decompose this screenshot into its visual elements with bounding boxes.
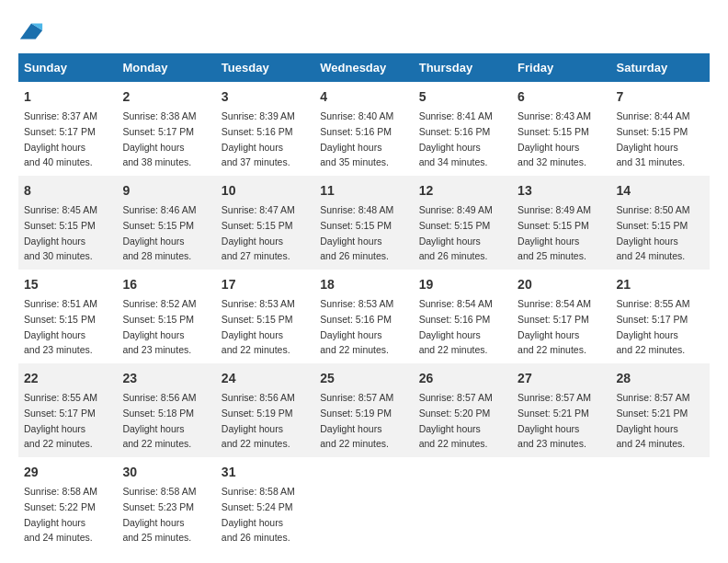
header-day-wednesday: Wednesday: [314, 53, 413, 82]
day-number: 29: [24, 463, 111, 482]
day-info: Sunrise: 8:51 AMSunset: 5:15 PMDaylight …: [24, 298, 97, 355]
day-info: Sunrise: 8:55 AMSunset: 5:17 PMDaylight …: [617, 298, 690, 355]
day-info: Sunrise: 8:48 AMSunset: 5:15 PMDaylight …: [320, 204, 393, 261]
header-day-monday: Monday: [117, 53, 215, 82]
day-cell: 11Sunrise: 8:48 AMSunset: 5:15 PMDayligh…: [314, 176, 413, 270]
day-number: 21: [617, 275, 704, 294]
calendar-body: 1Sunrise: 8:37 AMSunset: 5:17 PMDaylight…: [18, 82, 710, 551]
day-number: 1: [24, 87, 111, 107]
day-number: 16: [122, 275, 210, 294]
day-number: 6: [518, 87, 605, 107]
day-number: 19: [419, 275, 506, 294]
day-cell: 19Sunrise: 8:54 AMSunset: 5:16 PMDayligh…: [414, 270, 512, 363]
day-cell: 4Sunrise: 8:40 AMSunset: 5:16 PMDaylight…: [314, 82, 413, 176]
day-info: Sunrise: 8:38 AMSunset: 5:17 PMDaylight …: [122, 110, 196, 167]
day-info: Sunrise: 8:44 AMSunset: 5:15 PMDaylight …: [617, 110, 690, 167]
day-info: Sunrise: 8:54 AMSunset: 5:17 PMDaylight …: [518, 298, 591, 355]
day-info: Sunrise: 8:49 AMSunset: 5:15 PMDaylight …: [518, 204, 591, 261]
day-cell: 2Sunrise: 8:38 AMSunset: 5:17 PMDaylight…: [117, 82, 215, 176]
day-info: Sunrise: 8:41 AMSunset: 5:16 PMDaylight …: [419, 110, 493, 167]
day-number: 14: [617, 181, 704, 201]
day-cell: 8Sunrise: 8:45 AMSunset: 5:15 PMDaylight…: [18, 176, 117, 270]
day-cell: 7Sunrise: 8:44 AMSunset: 5:15 PMDaylight…: [611, 82, 710, 176]
day-info: Sunrise: 8:53 AMSunset: 5:16 PMDaylight …: [320, 298, 393, 355]
day-number: 23: [122, 369, 210, 388]
day-cell: 6Sunrise: 8:43 AMSunset: 5:15 PMDaylight…: [512, 82, 610, 176]
day-info: Sunrise: 8:58 AMSunset: 5:22 PMDaylight …: [24, 486, 97, 543]
header-day-saturday: Saturday: [611, 53, 710, 82]
day-cell: 1Sunrise: 8:37 AMSunset: 5:17 PMDaylight…: [18, 82, 117, 176]
day-cell: 30Sunrise: 8:58 AMSunset: 5:23 PMDayligh…: [117, 457, 215, 551]
header-day-thursday: Thursday: [414, 53, 512, 82]
day-cell: 15Sunrise: 8:51 AMSunset: 5:15 PMDayligh…: [18, 270, 117, 363]
day-number: 30: [122, 463, 210, 482]
day-info: Sunrise: 8:47 AMSunset: 5:15 PMDaylight …: [222, 204, 295, 261]
day-cell: 5Sunrise: 8:41 AMSunset: 5:16 PMDaylight…: [414, 82, 512, 176]
calendar-header: SundayMondayTuesdayWednesdayThursdayFrid…: [18, 53, 710, 82]
day-number: 2: [122, 87, 210, 107]
day-cell: 21Sunrise: 8:55 AMSunset: 5:17 PMDayligh…: [611, 270, 710, 363]
day-info: Sunrise: 8:37 AMSunset: 5:17 PMDaylight …: [24, 110, 97, 167]
day-info: Sunrise: 8:57 AMSunset: 5:19 PMDaylight …: [320, 392, 393, 449]
header-row: SundayMondayTuesdayWednesdayThursdayFrid…: [18, 53, 710, 82]
day-number: 5: [419, 87, 506, 107]
week-row-3: 15Sunrise: 8:51 AMSunset: 5:15 PMDayligh…: [18, 270, 710, 363]
week-row-2: 8Sunrise: 8:45 AMSunset: 5:15 PMDaylight…: [18, 176, 710, 270]
week-row-1: 1Sunrise: 8:37 AMSunset: 5:17 PMDaylight…: [18, 82, 710, 176]
day-cell: 9Sunrise: 8:46 AMSunset: 5:15 PMDaylight…: [117, 176, 215, 270]
week-row-5: 29Sunrise: 8:58 AMSunset: 5:22 PMDayligh…: [18, 457, 710, 551]
day-number: 3: [222, 87, 309, 107]
day-cell: 24Sunrise: 8:56 AMSunset: 5:19 PMDayligh…: [216, 363, 314, 457]
day-info: Sunrise: 8:57 AMSunset: 5:21 PMDaylight …: [617, 392, 690, 449]
day-cell: 22Sunrise: 8:55 AMSunset: 5:17 PMDayligh…: [18, 363, 117, 457]
day-info: Sunrise: 8:56 AMSunset: 5:19 PMDaylight …: [222, 392, 295, 449]
day-info: Sunrise: 8:45 AMSunset: 5:15 PMDaylight …: [24, 204, 97, 261]
day-cell: 29Sunrise: 8:58 AMSunset: 5:22 PMDayligh…: [18, 457, 117, 551]
logo: [18, 18, 48, 44]
day-number: 25: [320, 369, 407, 388]
day-info: Sunrise: 8:40 AMSunset: 5:16 PMDaylight …: [320, 110, 393, 167]
day-cell: 12Sunrise: 8:49 AMSunset: 5:15 PMDayligh…: [414, 176, 512, 270]
day-number: 20: [518, 275, 605, 294]
day-cell: 20Sunrise: 8:54 AMSunset: 5:17 PMDayligh…: [512, 270, 610, 363]
day-info: Sunrise: 8:43 AMSunset: 5:15 PMDaylight …: [518, 110, 591, 167]
day-cell: 27Sunrise: 8:57 AMSunset: 5:21 PMDayligh…: [512, 363, 610, 457]
day-cell: 16Sunrise: 8:52 AMSunset: 5:15 PMDayligh…: [117, 270, 215, 363]
day-number: 13: [518, 181, 605, 201]
day-cell: [611, 457, 710, 551]
day-info: Sunrise: 8:52 AMSunset: 5:15 PMDaylight …: [122, 298, 196, 355]
day-info: Sunrise: 8:57 AMSunset: 5:20 PMDaylight …: [419, 392, 493, 449]
day-number: 9: [122, 181, 210, 201]
day-cell: 17Sunrise: 8:53 AMSunset: 5:15 PMDayligh…: [216, 270, 314, 363]
day-info: Sunrise: 8:50 AMSunset: 5:15 PMDaylight …: [617, 204, 690, 261]
day-cell: 31Sunrise: 8:58 AMSunset: 5:24 PMDayligh…: [216, 457, 314, 551]
day-number: 26: [419, 369, 506, 388]
page-header: [18, 18, 710, 44]
day-info: Sunrise: 8:53 AMSunset: 5:15 PMDaylight …: [222, 298, 295, 355]
day-number: 24: [222, 369, 309, 388]
logo-icon: [18, 18, 44, 44]
day-info: Sunrise: 8:39 AMSunset: 5:16 PMDaylight …: [222, 110, 295, 167]
day-number: 4: [320, 87, 407, 107]
day-info: Sunrise: 8:58 AMSunset: 5:23 PMDaylight …: [122, 486, 196, 543]
day-number: 17: [222, 275, 309, 294]
day-number: 7: [617, 87, 704, 107]
day-number: 28: [617, 369, 704, 388]
day-cell: 23Sunrise: 8:56 AMSunset: 5:18 PMDayligh…: [117, 363, 215, 457]
day-number: 10: [222, 181, 309, 201]
day-number: 27: [518, 369, 605, 388]
day-number: 22: [24, 369, 111, 388]
day-info: Sunrise: 8:58 AMSunset: 5:24 PMDaylight …: [222, 486, 295, 543]
day-cell: 10Sunrise: 8:47 AMSunset: 5:15 PMDayligh…: [216, 176, 314, 270]
day-number: 18: [320, 275, 407, 294]
day-number: 12: [419, 181, 506, 201]
day-number: 8: [24, 181, 111, 201]
day-number: 15: [24, 275, 111, 294]
calendar-table: SundayMondayTuesdayWednesdayThursdayFrid…: [18, 53, 710, 551]
day-info: Sunrise: 8:54 AMSunset: 5:16 PMDaylight …: [419, 298, 493, 355]
day-cell: 18Sunrise: 8:53 AMSunset: 5:16 PMDayligh…: [314, 270, 413, 363]
day-cell: 25Sunrise: 8:57 AMSunset: 5:19 PMDayligh…: [314, 363, 413, 457]
day-cell: 28Sunrise: 8:57 AMSunset: 5:21 PMDayligh…: [611, 363, 710, 457]
day-info: Sunrise: 8:57 AMSunset: 5:21 PMDaylight …: [518, 392, 591, 449]
day-cell: [512, 457, 610, 551]
